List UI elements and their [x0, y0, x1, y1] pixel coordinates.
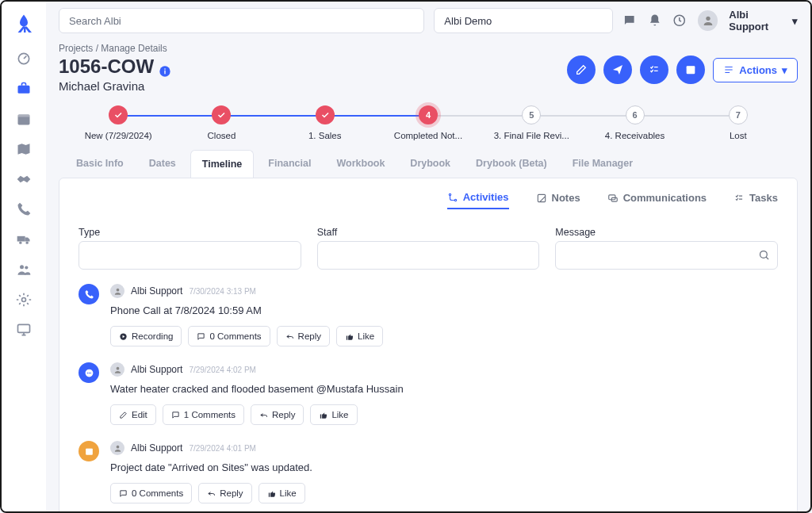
tab-workbook[interactable]: Workbook — [325, 150, 396, 178]
timeline-panel: Activities Notes Communications Tasks Ty… — [59, 178, 798, 511]
gear-icon[interactable] — [16, 292, 32, 308]
svg-rect-20 — [538, 194, 545, 201]
org-select[interactable]: Albi Demo — [434, 8, 613, 33]
subtab-communications[interactable]: Communications — [607, 191, 707, 209]
tab-dates[interactable]: Dates — [138, 150, 187, 178]
tab-financial[interactable]: Financial — [257, 150, 322, 178]
tab-drybook[interactable]: Drybook — [399, 150, 462, 178]
breadcrumb[interactable]: Projects / Manage Details — [59, 43, 798, 54]
user-avatar[interactable] — [698, 10, 718, 31]
like-button[interactable]: Like — [336, 326, 383, 346]
phone-icon[interactable] — [16, 201, 32, 217]
schedule-button[interactable] — [676, 56, 705, 84]
monitor-icon[interactable] — [16, 322, 32, 338]
avatar-icon — [110, 362, 124, 377]
svg-point-15 — [164, 68, 166, 70]
sidebar — [2, 2, 46, 511]
svg-point-33 — [116, 445, 119, 448]
calendar-icon — [79, 441, 99, 461]
step-receivables[interactable]: 6 — [626, 105, 645, 124]
tab-file-manager[interactable]: File Manager — [561, 150, 644, 178]
clock-icon[interactable] — [672, 13, 687, 28]
svg-point-24 — [116, 288, 119, 291]
svg-point-9 — [22, 298, 26, 302]
search-icon — [758, 249, 770, 261]
activity-message: Project date "Arrived on Sites" was upda… — [110, 461, 778, 473]
subtab-notes[interactable]: Notes — [536, 191, 580, 209]
step-new[interactable] — [109, 105, 128, 124]
reply-button[interactable]: Reply — [198, 483, 251, 503]
activity-time: 7/29/2024 4:01 PM — [189, 444, 256, 453]
recording-button[interactable]: Recording — [110, 326, 182, 346]
svg-rect-1 — [18, 86, 30, 94]
svg-point-23 — [760, 251, 768, 258]
subtab-activities[interactable]: Activities — [447, 191, 509, 209]
calendar-icon[interactable] — [16, 111, 32, 127]
svg-point-18 — [449, 193, 450, 195]
like-button[interactable]: Like — [259, 483, 305, 503]
comments-button[interactable]: 0 Comments — [188, 326, 270, 346]
svg-rect-14 — [164, 71, 165, 75]
svg-rect-10 — [18, 324, 30, 332]
avatar-icon — [110, 284, 124, 298]
app-logo[interactable] — [12, 13, 36, 36]
tab-basic-info[interactable]: Basic Info — [65, 150, 135, 178]
svg-point-5 — [19, 242, 21, 244]
step-final-file[interactable]: 5 — [522, 105, 541, 124]
tabs: Basic Info Dates Timeline Financial Work… — [59, 150, 798, 178]
send-button[interactable] — [603, 56, 632, 84]
comments-button[interactable]: 1 Comments — [163, 404, 244, 425]
svg-point-27 — [86, 372, 87, 373]
comments-button[interactable]: 0 Comments — [110, 483, 192, 503]
activity-item: Albi Support7/29/2024 4:02 PM Water heat… — [79, 362, 778, 425]
activity-user: Albi Support — [131, 285, 182, 297]
users-icon[interactable] — [16, 262, 32, 278]
info-icon[interactable] — [159, 60, 171, 73]
reply-button[interactable]: Reply — [251, 404, 304, 425]
tab-timeline[interactable]: Timeline — [190, 150, 254, 178]
filter-type-input[interactable] — [79, 241, 301, 270]
filter-message-input[interactable] — [555, 241, 778, 270]
svg-rect-3 — [18, 114, 30, 117]
handshake-icon[interactable] — [16, 171, 32, 187]
bell-icon[interactable] — [648, 13, 662, 28]
project-title: 1056-COW — [59, 56, 171, 78]
step-lost[interactable]: 7 — [729, 105, 748, 124]
map-icon[interactable] — [16, 141, 32, 157]
svg-point-30 — [116, 366, 119, 369]
user-menu[interactable]: Albi Support ▾ — [729, 9, 798, 33]
chat-icon[interactable] — [622, 13, 637, 28]
subtab-tasks[interactable]: Tasks — [733, 191, 778, 209]
edit-button[interactable] — [567, 56, 596, 84]
reply-button[interactable]: Reply — [277, 326, 330, 346]
truck-icon[interactable] — [16, 232, 32, 247]
activity-user: Albi Support — [131, 442, 182, 454]
edit-button[interactable]: Edit — [110, 404, 156, 425]
caret-down-icon: ▾ — [792, 15, 798, 27]
svg-point-8 — [25, 266, 28, 269]
activity-item: Albi Support7/30/2024 3:13 PM Phone Call… — [79, 284, 778, 346]
avatar-icon — [110, 441, 124, 455]
activity-item: Albi Support7/29/2024 4:01 PM Project da… — [79, 441, 778, 503]
activity-user: Albi Support — [131, 364, 182, 375]
activity-time: 7/30/2024 3:13 PM — [189, 287, 256, 296]
filter-staff-input[interactable] — [317, 241, 540, 270]
tab-drybook-beta[interactable]: Drybook (Beta) — [465, 150, 558, 178]
actions-dropdown[interactable]: Actions ▾ — [713, 58, 798, 82]
filter-staff-label: Staff — [317, 227, 540, 238]
activity-time: 7/29/2024 4:02 PM — [189, 366, 256, 374]
filter-type-label: Type — [79, 227, 301, 238]
dashboard-icon[interactable] — [16, 51, 32, 67]
briefcase-icon[interactable] — [16, 81, 32, 97]
search-input[interactable]: Search Albi — [59, 8, 424, 33]
svg-point-12 — [706, 17, 710, 21]
activity-message: Phone Call at 7/8/2024 10:59 AM — [110, 304, 778, 316]
svg-point-29 — [90, 372, 90, 373]
filter-message-label: Message — [555, 227, 778, 238]
tasks-button[interactable] — [640, 56, 668, 84]
step-completed[interactable]: 4 — [419, 105, 438, 124]
step-sales[interactable] — [316, 105, 335, 124]
step-closed[interactable] — [212, 105, 231, 124]
svg-point-19 — [454, 199, 456, 201]
like-button[interactable]: Like — [310, 404, 357, 425]
